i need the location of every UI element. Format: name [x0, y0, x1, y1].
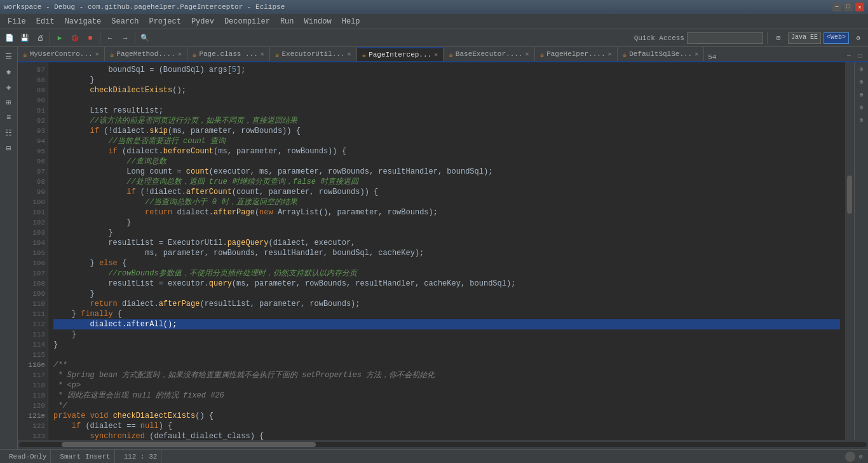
tb-search-button[interactable]: 🔍: [138, 31, 152, 45]
status-position: 112 : 32: [120, 450, 162, 463]
menu-window[interactable]: Window: [299, 14, 337, 29]
code-line-88: }: [53, 75, 840, 85]
code-content[interactable]: boundSql = (BoundSql) args[5]; } checkDi…: [48, 62, 845, 440]
quick-access-label: Quick Access: [634, 34, 684, 42]
tab-pageintercep[interactable]: ☕ PageIntercep... ✕: [357, 47, 444, 61]
tab-icon-3: ☕: [193, 50, 197, 59]
menu-pydev[interactable]: Pydev: [186, 14, 219, 29]
tb-separator-3: [135, 32, 135, 44]
maximize-editor-button[interactable]: □: [855, 51, 865, 61]
menu-navigate[interactable]: Navigate: [60, 14, 107, 29]
tab-close-2[interactable]: ✕: [178, 50, 182, 58]
code-line-110: return dialect.afterPage(resultList, par…: [53, 299, 840, 309]
ln-95: 95: [19, 146, 45, 156]
code-line-118: * <p>: [53, 380, 840, 390]
code-line-107: //rowBounds参数值，不使用分页插件处理时，仍然支持默认以内存分页: [53, 268, 840, 279]
status-icon-2: ⚙: [859, 453, 863, 460]
menu-file[interactable]: File: [3, 14, 31, 29]
right-sidebar: ⊕ ⊕ ⊕ ⊕ ⊕: [854, 62, 868, 440]
right-icon-4[interactable]: ⊕: [856, 102, 867, 113]
tab-close-1[interactable]: ✕: [95, 50, 99, 58]
tab-label-1: MyUserContro...: [30, 50, 93, 58]
close-button[interactable]: ✕: [855, 3, 864, 11]
tab-close-6[interactable]: ✕: [525, 50, 529, 58]
hscroll-thumb[interactable]: [62, 442, 316, 447]
sidebar-icon-3[interactable]: ◈: [2, 80, 16, 94]
sidebar-icon-1[interactable]: ☰: [2, 50, 16, 64]
horizontal-scrollbar[interactable]: [18, 440, 868, 449]
code-line-116: /**: [53, 360, 840, 370]
right-icon-5[interactable]: ⊕: [856, 114, 867, 126]
ln-104: 104: [19, 238, 45, 248]
vscroll-thumb[interactable]: [847, 176, 852, 214]
tb-save-button[interactable]: 💾: [18, 31, 32, 45]
status-insert-mode: Smart Insert: [56, 450, 114, 463]
code-line-114: }: [53, 340, 840, 350]
menu-project[interactable]: Project: [144, 14, 186, 29]
menu-search[interactable]: Search: [106, 14, 144, 29]
menu-edit[interactable]: Edit: [31, 14, 60, 29]
sidebar-icon-6[interactable]: ☷: [2, 126, 16, 140]
perspective-open-button[interactable]: ⊞: [771, 31, 785, 45]
tab-close-5[interactable]: ✕: [434, 51, 438, 59]
tab-executorutil[interactable]: ☕ ExecutorUtil... ✕: [270, 47, 357, 61]
sidebar-icon-5[interactable]: ≡: [2, 111, 16, 125]
tb-run-button[interactable]: ▶: [53, 31, 67, 45]
tab-icon-7: ☕: [540, 50, 545, 59]
sidebar-icon-7[interactable]: ⊟: [2, 141, 16, 155]
tb-forward-button[interactable]: →: [118, 31, 132, 45]
code-line-96: //查询总数: [53, 156, 840, 167]
ln-91: 91: [19, 106, 45, 116]
quick-access-input[interactable]: [687, 32, 763, 44]
maximize-button[interactable]: □: [844, 3, 853, 11]
right-icon-1[interactable]: ⊕: [856, 64, 867, 75]
vertical-scrollbar[interactable]: [845, 62, 854, 440]
ln-105: 105: [19, 248, 45, 258]
tab-pageclass[interactable]: ☕ Page.class ... ✕: [187, 47, 270, 61]
right-icon-3[interactable]: ⊕: [856, 89, 867, 100]
tab-close-7[interactable]: ✕: [608, 50, 612, 58]
code-line-105: ms, parameter, rowBounds, resultHandler,…: [53, 248, 840, 258]
tb-print-button[interactable]: 🖨: [33, 31, 47, 45]
perspective-web[interactable]: <Web>: [824, 32, 849, 44]
ln-111: 111: [19, 309, 45, 319]
tab-myusercontro[interactable]: ☕ MyUserContro... ✕: [18, 47, 105, 61]
ln-99: 99: [19, 187, 45, 197]
code-line-112: dialect.afterAll();: [53, 319, 840, 329]
tab-overflow[interactable]: 54: [704, 53, 720, 61]
menu-help[interactable]: Help: [337, 14, 365, 29]
minimize-button[interactable]: ─: [832, 3, 841, 11]
minimize-editor-button[interactable]: ─: [844, 51, 854, 61]
hscroll-track[interactable]: [19, 442, 867, 447]
sidebar-icon-4[interactable]: ⊞: [2, 95, 16, 109]
menubar: File Edit Navigate Search Project Pydev …: [0, 14, 868, 29]
sidebar-icon-2[interactable]: ✱: [2, 65, 16, 79]
tab-defaultsqlse[interactable]: ☕ DefaultSqlSe... ✕: [618, 47, 705, 61]
code-line-89: checkDialectExists();: [53, 85, 840, 95]
tb-stop-button[interactable]: ■: [83, 31, 97, 45]
ln-92: 92: [19, 116, 45, 126]
tab-close-3[interactable]: ✕: [261, 50, 264, 58]
editor-area: ☕ MyUserContro... ✕ ☕ PageMethod.... ✕ ☕…: [18, 47, 868, 449]
tab-pagehelper[interactable]: ☕ PageHelper.... ✕: [535, 47, 618, 61]
tab-close-8[interactable]: ✕: [695, 50, 698, 58]
tab-pagemethod[interactable]: ☕ PageMethod.... ✕: [105, 47, 187, 61]
code-line-99: if (!dialect.afterCount(count, parameter…: [53, 187, 840, 197]
tb-separator-persp: [767, 32, 768, 44]
perspective-customize[interactable]: ⚙: [851, 31, 865, 45]
tab-baseexecutor[interactable]: ☕ BaseExecutor.... ✕: [444, 47, 534, 61]
right-icon-2[interactable]: ⊕: [856, 76, 867, 88]
menu-run[interactable]: Run: [275, 14, 299, 29]
tb-separator-2: [100, 32, 100, 44]
perspective-javaee[interactable]: Java EE: [788, 32, 821, 44]
vscroll-track[interactable]: [846, 62, 853, 440]
tab-label-5: PageIntercep...: [369, 51, 431, 59]
menu-decompiler[interactable]: Decompiler: [219, 14, 275, 29]
tb-back-button[interactable]: ←: [103, 31, 117, 45]
ln-123: 123: [19, 431, 45, 440]
tab-close-4[interactable]: ✕: [348, 50, 351, 58]
tb-debug-button[interactable]: 🐞: [68, 31, 82, 45]
code-line-103: }: [53, 228, 840, 238]
tb-new-button[interactable]: 📄: [3, 31, 17, 45]
main-area: ☰ ✱ ◈ ⊞ ≡ ☷ ⊟ ☕ MyUserContro... ✕ ☕ Page…: [0, 47, 868, 449]
